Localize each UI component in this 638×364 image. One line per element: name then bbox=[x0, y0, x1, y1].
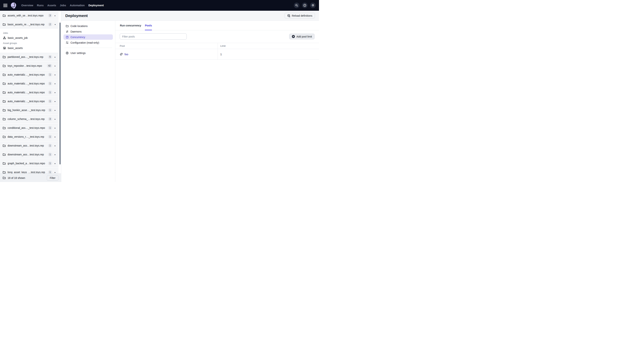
hamburger-bar bbox=[3, 4, 8, 4]
expand-chevron: ▸ bbox=[54, 56, 56, 58]
top-nav-link[interactable]: Automation bbox=[68, 3, 86, 8]
top-nav-link[interactable]: Runs bbox=[35, 3, 45, 8]
asset-group-item[interactable]: basic_assets bbox=[0, 46, 61, 51]
pools-table-header-row: Pool Limit bbox=[115, 43, 319, 49]
expand-chevron: ▸ bbox=[54, 154, 56, 156]
nav-item-configuration[interactable]: Configuration (read-only) bbox=[64, 40, 113, 45]
nav-item-code-locations[interactable]: Code locations bbox=[64, 23, 113, 29]
asset-group-name: basic_assets bbox=[8, 46, 23, 50]
nav-label: Code locations bbox=[71, 24, 88, 28]
search-icon[interactable] bbox=[294, 2, 299, 8]
pool-cell: foo bbox=[120, 53, 213, 56]
folder-icon bbox=[3, 100, 6, 103]
top-nav-link[interactable]: Assets bbox=[46, 3, 58, 8]
reload-definitions-button[interactable]: Reload definitions bbox=[285, 13, 315, 18]
filter-pools-input[interactable] bbox=[120, 34, 187, 40]
expand-chevron: ▸ bbox=[54, 127, 56, 129]
repo-count-badge: 1 bbox=[48, 170, 52, 174]
filter-button[interactable]: Filter bbox=[47, 175, 59, 181]
expand-chevron: ▸ bbox=[54, 14, 56, 17]
reload-definitions-label: Reload definitions bbox=[292, 14, 312, 17]
expand-chevron: ▸ bbox=[54, 162, 56, 164]
repo-row[interactable]: data_versions_r…_test.toys.rep 1 ▸ bbox=[0, 133, 59, 141]
repo-row[interactable]: downstream_ass…test.toys.rep 1 ▸ bbox=[0, 150, 59, 158]
expand-chevron: ▸ bbox=[54, 74, 56, 76]
repo-row[interactable]: toys_repositor…test.toys.repo 42 ▸ bbox=[0, 62, 59, 70]
dagster-logo[interactable] bbox=[10, 2, 17, 9]
top-nav-link[interactable]: Deployment bbox=[87, 3, 105, 8]
expand-chevron: ▾ bbox=[54, 24, 56, 26]
repo-count-badge: 1 bbox=[48, 135, 52, 138]
expand-chevron: ▸ bbox=[54, 171, 56, 173]
nav-label: Daemons bbox=[71, 30, 82, 33]
folder-icon bbox=[3, 56, 6, 58]
svg-text:?: ? bbox=[304, 4, 305, 6]
pools-table: Pool Limit bbox=[115, 43, 319, 60]
repo-name: assets_with_se…test.toys.repo bbox=[8, 14, 46, 17]
expand-chevron: ▸ bbox=[54, 136, 56, 138]
daemons-icon bbox=[66, 30, 69, 33]
top-nav-link[interactable]: Overview bbox=[20, 3, 35, 8]
nav-item-daemons[interactable]: Daemons bbox=[64, 29, 113, 34]
deployment-settings-nav: Code locations Daemons Concurrency bbox=[61, 21, 115, 182]
expanded-repo-section: Jobs basic_assets_job bbox=[0, 29, 61, 53]
tab-run-concurrency[interactable]: Run concurrency bbox=[120, 21, 141, 30]
repo-row[interactable]: auto_materializ…_test.toys.repo 1 ▸ bbox=[0, 80, 59, 88]
concurrency-tabs: Run concurrency Pools bbox=[115, 21, 319, 30]
repo-name: downstream_ass…test.toys.rep bbox=[8, 153, 46, 156]
repo-row[interactable]: assets_with_se…test.toys.repo 3 ▸ bbox=[0, 12, 59, 20]
repo-row[interactable]: downstream_ass…test.toys.rep 1 ▸ bbox=[0, 142, 59, 150]
repo-row[interactable]: big_honkin_asse…_test.toys.rep 1 ▸ bbox=[0, 106, 59, 114]
hamburger-menu-icon[interactable] bbox=[3, 4, 8, 7]
folder-icon bbox=[3, 118, 6, 121]
octopus-logo-icon bbox=[10, 2, 17, 9]
repo-count-badge: 3 bbox=[48, 14, 52, 17]
pool-column-header: Pool bbox=[115, 43, 218, 49]
pool-link[interactable]: foo bbox=[125, 53, 128, 56]
help-icon[interactable]: ? bbox=[302, 2, 308, 8]
repo-row[interactable]: partitioned_ass…_test.toys.rep 5 ▸ bbox=[0, 53, 59, 61]
nav-item-user-settings[interactable]: User settings bbox=[64, 50, 113, 56]
expand-chevron: ▸ bbox=[54, 100, 56, 102]
job-item[interactable]: basic_assets_job bbox=[0, 35, 61, 40]
repo-count-badge: 1 bbox=[48, 82, 52, 85]
repo-name: data_versions_r…_test.toys.rep bbox=[8, 135, 46, 138]
concurrency-pane: Run concurrency Pools Add pool limit bbox=[115, 21, 319, 182]
add-pool-limit-button[interactable]: Add pool limit bbox=[289, 34, 315, 39]
repo-row[interactable]: column_schema_…test.toys.rep 3 ▸ bbox=[0, 115, 59, 123]
hamburger-bar bbox=[3, 6, 8, 7]
concurrency-icon bbox=[66, 36, 69, 38]
repo-row[interactable]: auto_materializ…_test.toys.repo 1 ▸ bbox=[0, 70, 59, 79]
plus-circle-icon bbox=[292, 35, 295, 38]
asset-groups-list: basic_assets bbox=[0, 46, 61, 51]
folder-icon bbox=[3, 126, 6, 130]
repo-row[interactable]: basic_assets_re…_test.toys.rep 2 ▾ bbox=[0, 20, 59, 28]
nav-item-concurrency[interactable]: Concurrency bbox=[64, 34, 113, 40]
repo-count-badge: 3 bbox=[48, 117, 52, 121]
folder-icon bbox=[3, 64, 6, 68]
folder-icon bbox=[66, 24, 69, 28]
repo-row[interactable]: auto_materializ…_test.toys.repo 1 ▸ bbox=[0, 97, 59, 105]
repo-name: long_asset_keys_…test.toys.rep bbox=[8, 171, 46, 174]
folder-icon bbox=[3, 73, 6, 76]
tab-pools[interactable]: Pools bbox=[145, 21, 152, 30]
repo-name: conditional_ass…_test.toys.repo bbox=[8, 126, 46, 129]
pool-table-row: foo 1 bbox=[115, 49, 319, 60]
repo-row[interactable]: long_asset_keys_…test.toys.rep 1 ▸ bbox=[0, 168, 59, 174]
repo-row[interactable]: conditional_ass…_test.toys.repo 1 ▸ bbox=[0, 124, 59, 132]
repo-row[interactable]: auto_materializ…_test.toys.repo 1 ▸ bbox=[0, 88, 59, 96]
repo-count-badge: 1 bbox=[48, 162, 52, 165]
repo-name: auto_materializ…_test.toys.repo bbox=[8, 91, 46, 94]
asset-groups-heading: Asset groups bbox=[0, 40, 61, 46]
expand-chevron: ▸ bbox=[54, 145, 56, 147]
nav-label: Concurrency bbox=[71, 36, 85, 38]
settings-gear-icon[interactable]: ⚙ bbox=[310, 2, 316, 8]
pool-stack-icon bbox=[120, 53, 123, 56]
repo-row[interactable]: graph_backed_a…test.toys.repo 1 ▸ bbox=[0, 159, 59, 168]
sidebar-scrollbar-thumb[interactable] bbox=[59, 22, 61, 164]
top-nav-link[interactable]: Jobs bbox=[58, 3, 68, 8]
page-header: Deployment Reload definitions bbox=[61, 11, 319, 21]
repo-count-badge: 2 bbox=[48, 22, 52, 26]
pools-toolbar: Add pool limit bbox=[115, 30, 319, 40]
folder-icon bbox=[3, 23, 6, 26]
